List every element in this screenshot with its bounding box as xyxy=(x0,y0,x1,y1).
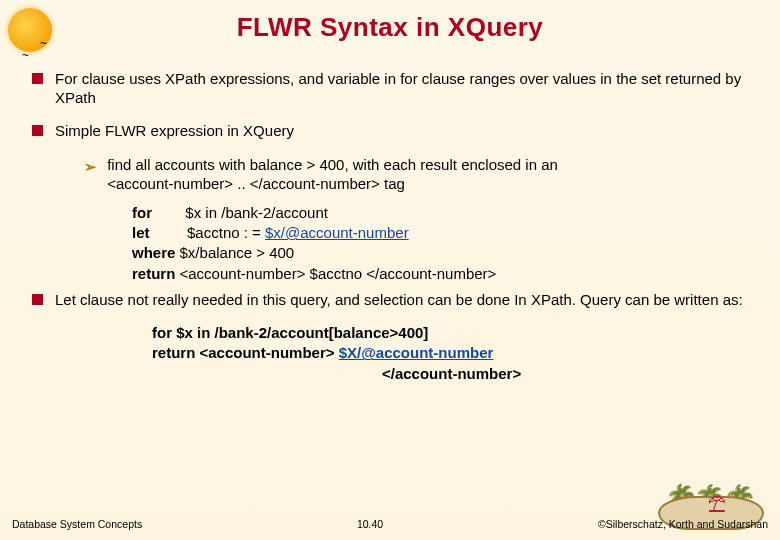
code-text: <account-number> $acctno </account-numbe… xyxy=(175,265,496,282)
code-text: $x/balance > 400 xyxy=(175,244,294,261)
arrow-bullet-icon: ➢ xyxy=(84,157,97,176)
umbrella-icon: ⛱ xyxy=(708,495,726,516)
code-line: for $x in /bank-2/account[balance>400] xyxy=(152,323,752,343)
code-block: for $x in /bank-2/account let $acctno : … xyxy=(132,203,752,284)
code-line: where $x/balance > 400 xyxy=(132,243,752,263)
slide-content: For clause uses XPath expressions, and v… xyxy=(0,43,780,384)
square-bullet-icon xyxy=(32,294,43,305)
code-line: </account-number> xyxy=(152,364,752,384)
bullet-item: Let clause not really needed in this que… xyxy=(32,290,752,309)
slide-title: FLWR Syntax in XQuery xyxy=(0,0,780,43)
square-bullet-icon xyxy=(32,125,43,136)
square-bullet-icon xyxy=(32,73,43,84)
code-text: return <account-number> xyxy=(152,344,339,361)
bird-icon: ~ xyxy=(22,48,29,62)
footer-center: 10.40 xyxy=(357,518,383,530)
bird-icon: ~ xyxy=(40,36,47,50)
bullet-text: For clause uses XPath expressions, and v… xyxy=(55,69,752,107)
code-text: $x xyxy=(152,204,205,221)
slide-footer: Database System Concepts 10.40 ©Silbersc… xyxy=(0,518,780,530)
sub-line: find all accounts with balance > 400, wi… xyxy=(107,156,558,173)
sub-line: <account-number> .. </account-number> ta… xyxy=(107,175,405,192)
code-link: $x/@account-number xyxy=(265,224,409,241)
bullet-text: Simple FLWR expression in XQuery xyxy=(55,121,752,140)
bullet-item: Simple FLWR expression in XQuery xyxy=(32,121,752,140)
code-text: /bank-2/account xyxy=(217,204,328,221)
code-keyword: for xyxy=(132,204,152,221)
code-line: let $acctno : = $x/@account-number xyxy=(132,223,752,243)
code-keyword: return xyxy=(132,265,175,282)
code-line: return <account-number> $acctno </accoun… xyxy=(132,264,752,284)
sub-bullet: ➢ find all accounts with balance > 400, … xyxy=(84,155,752,193)
code-link: $X/@account-number xyxy=(339,344,494,361)
code-keyword: in xyxy=(205,204,217,221)
footer-right: ©Silberschatz, Korth and Sudarshan xyxy=(598,518,768,530)
sun-logo: ~ ~ xyxy=(6,6,64,64)
code-keyword: where xyxy=(132,244,175,261)
bullet-text: Let clause not really needed in this que… xyxy=(55,290,752,309)
code-line: for $x in /bank-2/account xyxy=(132,203,752,223)
code-keyword: let xyxy=(132,224,150,241)
code-block: for $x in /bank-2/account[balance>400] r… xyxy=(152,323,752,384)
code-text: $acctno : = xyxy=(150,224,265,241)
code-line: return <account-number> $X/@account-numb… xyxy=(152,343,752,363)
bullet-item: For clause uses XPath expressions, and v… xyxy=(32,69,752,107)
sub-bullet-text: find all accounts with balance > 400, wi… xyxy=(107,155,558,193)
footer-left: Database System Concepts xyxy=(12,518,142,530)
